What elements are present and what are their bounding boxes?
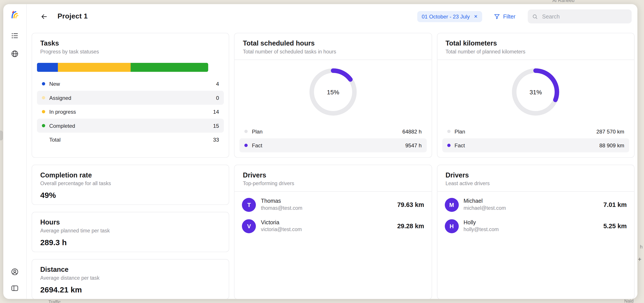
main-area: Project 1 01 October - 23 July ✕ Filter [26,4,638,299]
driver-distance: 79.63 km [397,201,424,209]
status-label: In progress [49,108,76,115]
avatar: H [445,219,458,233]
status-label: Completed [49,122,75,129]
legend-label: Fact [252,142,262,148]
status-count: 15 [213,122,219,129]
column-1: Tasks Progress by task statuses [32,33,230,299]
filter-label: Filter [503,14,515,20]
list-item: New 4 [37,77,224,90]
driver-row[interactable]: H Holly holly@test.com 5.25 km [437,216,634,237]
card-subtitle: Total number of scheduled tasks in hours [243,49,423,54]
map-label: h [640,244,642,250]
task-status-stacked-bar [37,63,208,72]
status-dot [42,110,45,113]
account-icon[interactable] [10,268,19,276]
driver-row[interactable]: V Victoria victoria@test.com 29.28 km [235,216,432,237]
least-active-drivers-card: Drivers Least active drivers M Michael m… [437,165,634,299]
driver-row[interactable]: M Michael michael@test.com 7.01 km [437,194,634,216]
total-kilometers-card: Total kilometers Total number of planned… [437,33,634,158]
card-title: Tasks [40,39,220,47]
map-zoom-plus-fragment: + [638,255,641,262]
map-label: Naid [624,298,634,303]
donut-percent: 15% [309,68,357,116]
date-range-filter[interactable]: 01 October - 23 July ✕ [417,11,482,22]
tasks-card: Tasks Progress by task statuses [32,33,230,158]
status-count: 0 [216,94,219,101]
list-item: Assigned 0 [37,91,224,105]
avatar: V [242,219,256,233]
sidebar [3,4,26,299]
top-drivers-card: Drivers Top-performing drivers T Thomas … [234,165,432,299]
filter-button[interactable]: Filter [491,13,518,20]
map-label: Traffic [48,299,61,303]
task-list-icon[interactable] [10,31,19,40]
hours-card: Hours Average planned time per task 289.… [32,212,230,252]
bar-segment-new [37,63,58,72]
sidebar-nav [10,31,19,58]
completion-rate-value: 49% [40,191,220,200]
plan-dot [244,130,248,133]
back-button[interactable] [40,12,48,20]
clear-date-icon[interactable]: ✕ [474,14,478,19]
legend-value: 88 909 km [599,142,624,148]
kilometers-legend: Plan 287 570 km Fact 88 909 km [442,124,629,152]
total-label: Total [49,136,60,143]
scheduled-hours-donut: 15% [309,68,357,116]
card-subtitle: Overall percentage for all tasks [40,181,220,186]
driver-list: M Michael michael@test.com 7.01 km H [437,194,634,237]
collapse-sidebar-icon[interactable] [10,284,19,293]
status-dot [42,82,45,85]
scheduled-hours-legend: Plan 64882 h Fact 9547 h [240,124,426,152]
fact-dot [244,144,248,147]
card-subtitle: Progress by task statuses [40,49,220,54]
distance-value: 2694.21 km [40,286,220,294]
status-label: Assigned [49,94,71,101]
legend-row-plan: Plan 287 570 km [442,124,629,138]
card-title: Total kilometers [446,39,626,47]
status-label: New [49,81,60,87]
sidebar-bottom [10,268,19,293]
fact-dot [447,144,450,147]
total-count: 33 [213,136,219,143]
legend-value: 64882 h [402,128,422,134]
driver-row[interactable]: T Thomas thomas@test.com 79.63 km [235,194,432,216]
card-subtitle: Least active drivers [446,181,626,186]
legend-label: Plan [252,128,262,134]
task-status-list: New 4 Assigned 0 In progress [37,77,224,146]
card-title: Total scheduled hours [243,39,423,47]
screen: Al Raheeb Naid Traffic + h [0,0,644,303]
avatar: T [242,198,256,212]
status-dot [42,96,45,100]
driver-email: victoria@test.com [261,226,302,233]
card-subtitle: Average distance per task [40,275,220,281]
card-title: Distance [40,266,220,273]
column-3: Total kilometers Total number of planned… [437,33,634,299]
page-header: Project 1 01 October - 23 July ✕ Filter [26,4,638,29]
map-globe-icon[interactable] [10,49,19,58]
app-logo[interactable] [9,9,20,20]
driver-email: thomas@test.com [261,205,302,212]
legend-label: Plan [454,128,465,134]
driver-distance: 5.25 km [603,222,626,230]
date-range-label: 01 October - 23 July [422,14,470,20]
card-subtitle: Total number of planned kilometers [446,49,626,54]
column-2: Total scheduled hours Total number of sc… [234,33,432,299]
status-count: 14 [213,108,219,115]
status-dot [42,124,45,127]
total-row: Total 33 [37,132,224,146]
bar-segment-in-progress [58,63,131,72]
map-label: Al Raheeb [552,0,574,3]
driver-name: Thomas [261,198,302,205]
legend-row-fact: Fact 9547 h [240,138,426,152]
search-box[interactable] [528,10,632,23]
driver-list: T Thomas thomas@test.com 79.63 km V [235,194,432,237]
legend-row-plan: Plan 64882 h [240,124,426,138]
status-count: 4 [216,81,219,87]
legend-value: 287 570 km [596,128,624,134]
app-window: Project 1 01 October - 23 July ✕ Filter [3,4,638,299]
filter-funnel-icon [494,13,500,20]
map-edge-handle[interactable] [0,130,3,140]
card-title: Hours [40,218,220,226]
search-input[interactable] [541,13,628,20]
kilometers-donut: 31% [511,68,560,116]
